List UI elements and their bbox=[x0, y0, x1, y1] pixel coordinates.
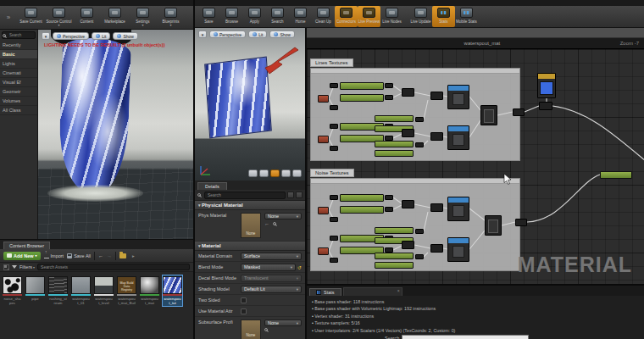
material-domain-dropdown[interactable]: Surface bbox=[241, 253, 302, 260]
graph-node-cap[interactable] bbox=[385, 207, 393, 212]
modes-category[interactable]: Cinemati bbox=[0, 69, 37, 78]
graph-node-cap[interactable] bbox=[385, 83, 393, 88]
toolbar-button[interactable]: Settings bbox=[129, 6, 157, 29]
graph-node-m[interactable] bbox=[402, 88, 414, 97]
graph-node-m[interactable] bbox=[430, 203, 443, 212]
cylinder-shape[interactable] bbox=[248, 170, 258, 177]
graph-node-red[interactable] bbox=[318, 95, 329, 103]
inactive-tab[interactable] bbox=[343, 287, 402, 296]
back-arrow-icon[interactable]: ← bbox=[98, 253, 103, 258]
graph-node-lerp[interactable] bbox=[480, 105, 497, 125]
graph-node-cap[interactable] bbox=[330, 105, 338, 110]
modes-category[interactable]: Lights bbox=[0, 59, 37, 69]
toolbar-button[interactable]: Mobile Stats bbox=[455, 6, 478, 27]
graph-node-cap[interactable] bbox=[415, 117, 424, 122]
expand-toolbar-icon[interactable]: » bbox=[0, 6, 17, 29]
graph-node-tex[interactable] bbox=[447, 85, 469, 109]
graph-node-green[interactable] bbox=[340, 82, 384, 90]
phys-material-dropdown[interactable]: None bbox=[264, 213, 302, 220]
material-preview-viewport[interactable]: ▾ PerspectiveLitShow bbox=[195, 28, 305, 181]
asset-tile[interactable]: waterspout_mat bbox=[139, 275, 160, 307]
forward-arrow-icon[interactable]: → bbox=[107, 253, 112, 258]
asset-tile[interactable]: pipe bbox=[25, 275, 46, 307]
two-sided-checkbox[interactable] bbox=[241, 297, 247, 303]
modes-category[interactable]: Basic bbox=[0, 50, 37, 59]
graph-node-cap[interactable] bbox=[385, 195, 393, 200]
add-new-button[interactable]: Add New bbox=[3, 252, 41, 260]
blend-mode-dropdown[interactable]: Masked bbox=[241, 264, 296, 271]
graph-node-cap[interactable] bbox=[330, 124, 338, 129]
view-options-icon[interactable] bbox=[3, 264, 9, 270]
import-button[interactable]: Import bbox=[44, 253, 64, 258]
asset-tile[interactable]: noise_shapes bbox=[2, 275, 23, 307]
modes-category[interactable]: Volumes bbox=[0, 97, 37, 106]
toolbar-button[interactable]: Connectors bbox=[335, 6, 358, 27]
section-header-material[interactable]: Material bbox=[195, 242, 305, 251]
viewport-mode-button[interactable]: Perspective bbox=[53, 32, 89, 40]
graph-node-red[interactable] bbox=[318, 207, 329, 214]
graph-node-tex[interactable] bbox=[447, 197, 469, 221]
graph-node-cap[interactable] bbox=[415, 142, 424, 147]
graph-node-cap[interactable] bbox=[330, 83, 338, 88]
subsurface-profile-thumbnail[interactable]: None bbox=[241, 320, 261, 339]
graph-node-tex[interactable] bbox=[447, 125, 469, 150]
asset-tile[interactable]: waterspout_01 bbox=[70, 275, 92, 307]
viewport-mode-button[interactable]: Lit bbox=[92, 32, 110, 40]
graph-node-green[interactable] bbox=[375, 150, 414, 157]
browse-to-asset-icon[interactable] bbox=[264, 328, 268, 331]
stats-tab[interactable]: Stats bbox=[309, 288, 341, 296]
asset-tile[interactable]: waterspout_tut bbox=[162, 275, 183, 307]
graph-node-cap[interactable] bbox=[385, 95, 393, 100]
reset-to-default-icon[interactable] bbox=[297, 264, 302, 270]
graph-node-cap[interactable] bbox=[330, 195, 338, 200]
graph-node-cap[interactable] bbox=[330, 217, 338, 222]
cube-shape[interactable] bbox=[281, 170, 291, 177]
toolbar-button[interactable]: Save bbox=[197, 6, 220, 27]
toolbar-button[interactable]: Blueprints bbox=[157, 6, 185, 29]
breadcrumb-item[interactable] bbox=[132, 253, 135, 258]
toolbar-button[interactable]: Marketplace bbox=[101, 6, 129, 29]
phys-material-thumbnail[interactable]: None bbox=[241, 213, 261, 238]
graph-node-cap[interactable] bbox=[415, 229, 424, 234]
toolbar-button[interactable]: Source Control bbox=[45, 6, 73, 29]
toolbar-button[interactable]: Search bbox=[266, 6, 289, 27]
modes-category[interactable]: All Class bbox=[0, 106, 37, 115]
graph-node-lerp[interactable] bbox=[485, 215, 502, 236]
filters-button[interactable]: Filters bbox=[19, 264, 35, 270]
toolbar-button[interactable]: Content bbox=[73, 6, 101, 29]
graph-node-tex[interactable] bbox=[447, 237, 469, 262]
eye-icon[interactable] bbox=[296, 192, 303, 198]
graph-node-cap[interactable] bbox=[330, 146, 338, 151]
use-material-attributes-checkbox[interactable] bbox=[241, 308, 247, 314]
toolbar-button[interactable]: Save Current bbox=[17, 6, 45, 29]
section-header-physical-material[interactable]: Physical Material bbox=[195, 201, 305, 210]
details-search-input[interactable] bbox=[204, 192, 286, 199]
graph-canvas[interactable]: Lines TexturesNoise Textures MATERIAL bbox=[307, 49, 644, 284]
use-selected-asset-icon[interactable] bbox=[264, 221, 269, 226]
level-viewport[interactable]: ▾ PerspectiveLitShow LIGHTING NEEDS TO B… bbox=[38, 30, 193, 239]
toolbar-button[interactable]: Live Preview bbox=[358, 6, 380, 27]
asset-tile[interactable]: waterspout_level bbox=[93, 275, 114, 307]
graph-node-red[interactable] bbox=[318, 136, 329, 143]
plane-shape[interactable] bbox=[270, 170, 280, 177]
toolbar-button[interactable]: Apply bbox=[243, 6, 266, 27]
save-all-button[interactable]: Save All bbox=[67, 253, 91, 258]
modes-category[interactable]: Visual Ef bbox=[0, 78, 37, 87]
list-view-icon[interactable] bbox=[287, 192, 294, 198]
stats-search-input[interactable] bbox=[402, 335, 529, 339]
toolbar-button[interactable]: Home bbox=[289, 6, 312, 27]
graph-node-green[interactable] bbox=[340, 206, 384, 214]
asset-tile[interactable]: Map Build Data Registry waterspout_mat_B… bbox=[116, 275, 137, 307]
subsurface-profile-dropdown[interactable]: None bbox=[264, 320, 302, 326]
modes-category[interactable]: Geometr bbox=[0, 87, 37, 97]
toolbar-button[interactable]: Clean Up bbox=[312, 6, 335, 27]
graph-node-red[interactable] bbox=[318, 247, 329, 255]
sphere-shape[interactable] bbox=[259, 170, 269, 177]
asset-search-input[interactable] bbox=[37, 264, 190, 270]
shading-model-dropdown[interactable]: Default Lit bbox=[241, 286, 302, 293]
graph-node-cap[interactable] bbox=[415, 254, 424, 259]
graph-node-m[interactable] bbox=[430, 244, 443, 253]
modes-category[interactable]: Recently bbox=[0, 41, 37, 50]
toolbar-button[interactable]: Browse bbox=[220, 6, 243, 27]
graph-node-green[interactable] bbox=[375, 115, 414, 122]
